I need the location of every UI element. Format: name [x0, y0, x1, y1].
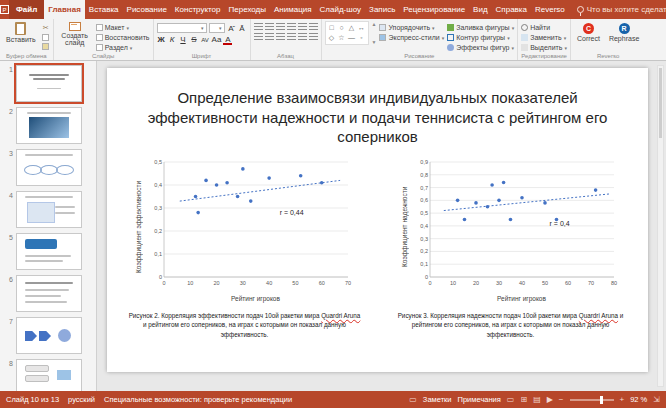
justify-icon[interactable]	[287, 33, 296, 41]
cut-icon[interactable]: ✂	[42, 24, 50, 32]
zoom-slider-thumb[interactable]	[600, 396, 603, 404]
increase-indent-icon[interactable]	[287, 23, 296, 31]
underline-button[interactable]: Ч	[179, 35, 188, 44]
zoom-out-icon[interactable]: −	[559, 395, 564, 404]
slide-thumbnail-1[interactable]	[16, 65, 82, 102]
circle-shape-icon[interactable]: ◦	[357, 33, 367, 43]
reverso-rephrase-button[interactable]: R Rephrase	[606, 21, 642, 42]
thumb-shape	[39, 331, 51, 341]
ellipse-shape-icon[interactable]: ○	[337, 23, 347, 33]
find-button[interactable]: Найти	[521, 23, 567, 32]
tab-record[interactable]: Запись	[365, 0, 399, 19]
scatter-chart-effectiveness[interactable]: 00,10,20,30,40,5010203040506070r = 0,44	[142, 157, 354, 297]
bold-button[interactable]: Ж	[157, 35, 166, 44]
new-slide-button[interactable]: Создать слайд	[57, 21, 93, 48]
tab-slideshow[interactable]: Слайд-шоу	[316, 0, 365, 19]
decrease-indent-icon[interactable]	[276, 23, 285, 31]
tab-design[interactable]: Конструктор	[171, 0, 225, 19]
slide-title[interactable]: Определение взаимосвязи индивидуальных п…	[143, 88, 613, 147]
character-spacing-button[interactable]: AV	[201, 37, 210, 43]
chart-effectiveness[interactable]: Коэффициент эффективности 00,10,20,30,40…	[125, 157, 365, 340]
format-painter-icon[interactable]	[42, 43, 49, 50]
tab-reverso[interactable]: Reverso	[531, 0, 569, 19]
tab-transitions[interactable]: Переходы	[224, 0, 270, 19]
font-size-input[interactable]: ▾	[209, 23, 225, 33]
reset-button[interactable]: Восстановить	[96, 33, 150, 42]
current-slide[interactable]: Определение взаимосвязи индивидуальных п…	[107, 68, 648, 372]
reverso-correct-button[interactable]: C Correct	[574, 21, 603, 42]
comments-button[interactable]: Примечания	[458, 395, 501, 404]
tab-home[interactable]: Главная	[44, 0, 85, 19]
tab-insert[interactable]: Вставка	[85, 0, 123, 19]
tab-file[interactable]: Файл	[9, 0, 44, 19]
star-shape-icon[interactable]: ☆	[337, 33, 347, 43]
vertical-scrollbar[interactable]	[657, 65, 664, 387]
paste-button[interactable]: Вставить	[3, 21, 39, 44]
scrollbar-thumb[interactable]	[659, 68, 662, 138]
rectangle-shape-icon[interactable]: □	[327, 23, 337, 33]
slide-thumbnail-7[interactable]	[16, 317, 82, 354]
slide-thumbnail-8[interactable]	[16, 359, 82, 391]
shape-fill-button[interactable]: Заливка фигуры ▾	[447, 23, 514, 32]
quick-styles-button[interactable]: Экспресс-стили ▾	[379, 33, 444, 42]
replace-button[interactable]: Заменить ▾	[521, 33, 567, 42]
language-indicator[interactable]: русский	[68, 395, 95, 404]
triangle-shape-icon[interactable]: △	[347, 23, 357, 33]
accessibility-checker[interactable]: Специальные возможности: проверьте реком…	[104, 395, 292, 404]
line-spacing-icon[interactable]	[309, 23, 318, 31]
change-case-button[interactable]: Аа	[212, 35, 222, 44]
notes-button[interactable]: Заметки	[423, 395, 452, 404]
zoom-level[interactable]: 92 %	[630, 395, 647, 404]
select-button[interactable]: Выделить ▾	[521, 43, 567, 52]
shape-effects-button[interactable]: Эффекты фигур ▾	[447, 43, 514, 52]
zoom-slider[interactable]	[570, 399, 614, 401]
slide-thumbnail-5[interactable]	[16, 233, 82, 270]
arrange-button[interactable]: Упорядочить ▾	[379, 23, 444, 32]
font-name-input[interactable]: ▾	[157, 23, 207, 33]
slideshow-view-icon[interactable]: ▶	[547, 395, 553, 404]
scatter-chart-reliability[interactable]: 00,10,20,30,40,50,60,70,80,9010203040506…	[408, 157, 620, 297]
italic-button[interactable]: К	[168, 35, 177, 44]
slide-thumbnail-4[interactable]	[16, 191, 82, 228]
layout-button[interactable]: Макет ▾	[96, 23, 150, 32]
align-right-icon[interactable]	[276, 33, 285, 41]
strikethrough-button[interactable]: S	[190, 35, 199, 44]
shapes-gallery[interactable]: □ ○ △ ↔ ◇ ☆ — ◦	[325, 21, 369, 45]
tell-me-search[interactable]: Что вы хотите сделать?	[577, 0, 666, 19]
thumb-shape	[25, 196, 73, 198]
slide-sorter-view-icon[interactable]: ⊞	[520, 395, 527, 404]
font-color-button[interactable]: А	[223, 35, 232, 44]
tab-draw[interactable]: Рисование	[123, 0, 171, 19]
chart-reliability[interactable]: Коэффициент надежности 00,10,20,30,40,50…	[391, 157, 631, 340]
slide-thumbnail-6[interactable]	[16, 275, 82, 312]
align-center-icon[interactable]	[265, 33, 274, 41]
text-direction-icon[interactable]	[298, 23, 307, 31]
align-left-icon[interactable]	[254, 33, 263, 41]
section-button[interactable]: Раздел ▾	[96, 43, 150, 52]
grow-font-button[interactable]: А̂	[227, 24, 236, 33]
reading-view-icon[interactable]: ▤	[533, 395, 541, 404]
smartart-convert-icon[interactable]	[309, 33, 318, 41]
line-shape-icon[interactable]: —	[347, 33, 357, 43]
tab-animations[interactable]: Анимация	[270, 0, 316, 19]
bullets-icon[interactable]	[254, 23, 263, 31]
fit-to-window-icon[interactable]: ⇲	[653, 395, 660, 404]
shrink-font-button[interactable]: А̌	[238, 24, 247, 33]
copy-icon[interactable]	[42, 34, 49, 41]
slide-thumbnail-2[interactable]	[16, 107, 82, 144]
columns-icon[interactable]	[298, 33, 307, 41]
slide-thumbnail-3[interactable]	[16, 149, 82, 186]
zoom-in-icon[interactable]: +	[620, 395, 625, 404]
normal-view-icon[interactable]: ▭	[507, 395, 515, 404]
tab-help[interactable]: Справка	[492, 0, 531, 19]
arrow-shape-icon[interactable]: ↔	[357, 23, 367, 33]
gallery-up-icon[interactable]: ▲	[372, 21, 377, 27]
tab-view[interactable]: Вид	[469, 0, 491, 19]
shape-outline-button[interactable]: Контур фигуры ▾	[447, 33, 514, 42]
diamond-shape-icon[interactable]: ◇	[327, 33, 337, 43]
slide-number: 6	[5, 276, 13, 283]
numbering-icon[interactable]	[265, 23, 274, 31]
gallery-scroll[interactable]: ▲ ▼	[372, 21, 377, 45]
tab-review[interactable]: Рецензирование	[399, 0, 469, 19]
gallery-down-icon[interactable]: ▼	[372, 39, 377, 45]
